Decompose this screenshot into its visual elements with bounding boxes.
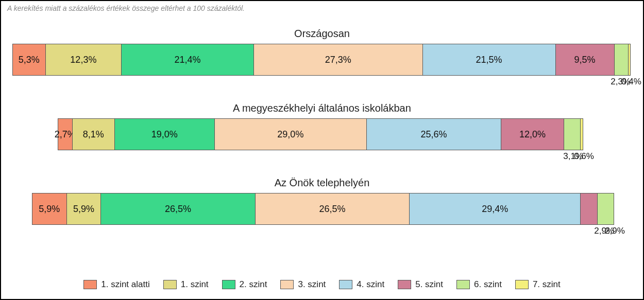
- bar-wrap: 2,7%8,1%19,0%29,0%25,6%12,0%3,1%0,6%: [58, 118, 583, 163]
- segment-label: 5,3%: [19, 55, 40, 65]
- legend-label: 4. szint: [357, 279, 384, 290]
- legend-label: 2. szint: [240, 279, 267, 290]
- chart-title: A megyeszékhelyi általános iskolákban: [6, 102, 638, 114]
- legend-label: 3. szint: [298, 279, 326, 290]
- legend-label: 5. szint: [415, 279, 443, 290]
- legend-swatch: [280, 280, 294, 289]
- bar-wrap: 5,9%5,9%26,5%26,5%29,4%2,9%2,9%: [32, 193, 614, 237]
- legend-swatch: [456, 280, 470, 289]
- segment-0: 5,3%: [12, 44, 45, 76]
- chart-block-2: Az Önök telephelyén5,9%5,9%26,5%26,5%29,…: [6, 177, 638, 237]
- segment-3: 29,0%: [214, 118, 367, 150]
- segment-label: 29,4%: [482, 204, 508, 215]
- legend-item-7: 7. szint: [515, 279, 561, 290]
- legend-swatch: [398, 280, 411, 289]
- legend-item-2: 2. szint: [222, 279, 267, 290]
- legend-swatch: [515, 280, 529, 289]
- legend-label: 1. szint alatti: [101, 279, 150, 290]
- legend-swatch: [339, 280, 352, 289]
- bar-wrap: 5,3%12,3%21,4%27,3%21,5%9,5%2,3%0,4%: [12, 44, 631, 88]
- legend-item-4: 4. szint: [339, 279, 384, 290]
- segment-2: 21,4%: [121, 44, 253, 76]
- legend-swatch: [83, 280, 97, 289]
- segment-5: [580, 193, 597, 225]
- segment-4: 25,6%: [366, 118, 501, 150]
- legend-item-3: 3. szint: [280, 279, 326, 290]
- legend-item-0: 1. szint alatti: [83, 279, 150, 290]
- segment-label: 9,5%: [574, 55, 596, 65]
- segment-label: 5,9%: [73, 204, 94, 215]
- overflow-label-row: 2,3%0,4%: [12, 76, 631, 88]
- segment-6: [597, 193, 614, 225]
- segment-label: 8,1%: [83, 129, 104, 140]
- segment-6: [614, 44, 629, 76]
- segment-label: 21,5%: [476, 55, 502, 65]
- segment-3: 26,5%: [255, 193, 409, 225]
- segment-label: 12,3%: [70, 55, 96, 65]
- segment-1: 12,3%: [45, 44, 122, 76]
- segment-label: 5,9%: [39, 204, 60, 215]
- chart-block-1: A megyeszékhelyi általános iskolákban2,7…: [6, 102, 638, 163]
- segment-0: 5,9%: [32, 193, 66, 225]
- stacked-bar: 5,3%12,3%21,4%27,3%21,5%9,5%: [12, 44, 631, 76]
- overflow-label: 2,9%: [605, 226, 625, 236]
- segment-label: 19,0%: [151, 129, 178, 140]
- segment-label: 12,0%: [519, 129, 546, 140]
- segment-label: 25,6%: [421, 129, 447, 140]
- segment-0: 2,7%: [58, 118, 72, 150]
- legend-item-5: 5. szint: [398, 279, 443, 290]
- legend-label: 6. szint: [474, 279, 502, 290]
- chart-title: Országosan: [6, 28, 638, 40]
- legend: 1. szint alatti1. szint2. szint3. szint4…: [1, 279, 643, 290]
- stacked-bar: 5,9%5,9%26,5%26,5%29,4%: [32, 193, 614, 225]
- segment-5: 9,5%: [555, 44, 614, 76]
- chart-title: Az Önök telephelyén: [6, 177, 638, 189]
- segment-7: [628, 44, 631, 76]
- overflow-label-row: 3,1%0,6%: [58, 150, 583, 163]
- segment-7: [580, 118, 583, 150]
- legend-label: 1. szint: [181, 279, 209, 290]
- segment-label: 21,4%: [175, 55, 201, 65]
- overflow-label: 0,4%: [621, 77, 641, 87]
- chart-frame: A kerekítés miatt a százalékos értékek ö…: [0, 0, 644, 300]
- segment-2: 19,0%: [114, 118, 214, 150]
- overflow-label-row: 2,9%2,9%: [32, 225, 614, 237]
- overflow-label: 0,6%: [574, 151, 594, 162]
- legend-swatch: [222, 280, 235, 289]
- segment-3: 27,3%: [253, 44, 422, 76]
- segment-label: 27,3%: [325, 55, 351, 65]
- segment-label: 26,5%: [319, 204, 345, 215]
- legend-item-6: 6. szint: [456, 279, 502, 290]
- segment-label: 29,0%: [277, 129, 303, 140]
- charts-host: Országosan5,3%12,3%21,4%27,3%21,5%9,5%2,…: [6, 28, 638, 237]
- segment-4: 21,5%: [422, 44, 555, 76]
- legend-item-1: 1. szint: [163, 279, 209, 290]
- rounding-note: A kerekítés miatt a százalékos értékek ö…: [7, 4, 638, 12]
- segment-1: 5,9%: [66, 193, 101, 225]
- stacked-bar: 2,7%8,1%19,0%29,0%25,6%12,0%: [58, 118, 583, 150]
- segment-5: 12,0%: [501, 118, 564, 150]
- legend-label: 7. szint: [533, 279, 561, 290]
- segment-4: 29,4%: [409, 193, 580, 225]
- segment-2: 26,5%: [100, 193, 255, 225]
- chart-block-0: Országosan5,3%12,3%21,4%27,3%21,5%9,5%2,…: [6, 28, 638, 88]
- segment-label: 26,5%: [165, 204, 191, 215]
- legend-swatch: [163, 280, 177, 289]
- segment-6: [564, 118, 580, 150]
- segment-1: 8,1%: [72, 118, 115, 150]
